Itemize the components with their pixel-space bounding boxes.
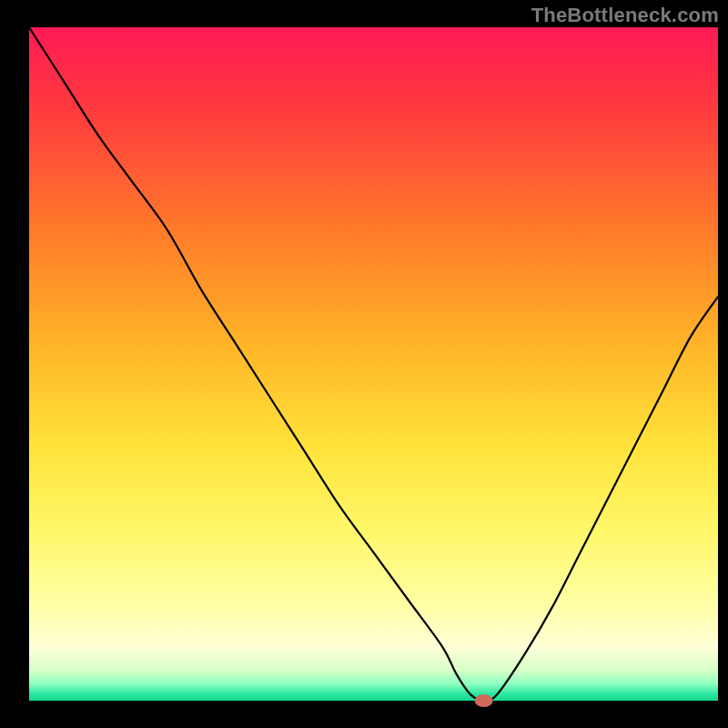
plot-background [29, 27, 718, 701]
bottleneck-chart [0, 0, 728, 728]
chart-frame: { "watermark": "TheBottleneck.com", "cha… [0, 0, 728, 728]
watermark-text: TheBottleneck.com [531, 4, 719, 27]
optimal-marker [475, 694, 493, 707]
